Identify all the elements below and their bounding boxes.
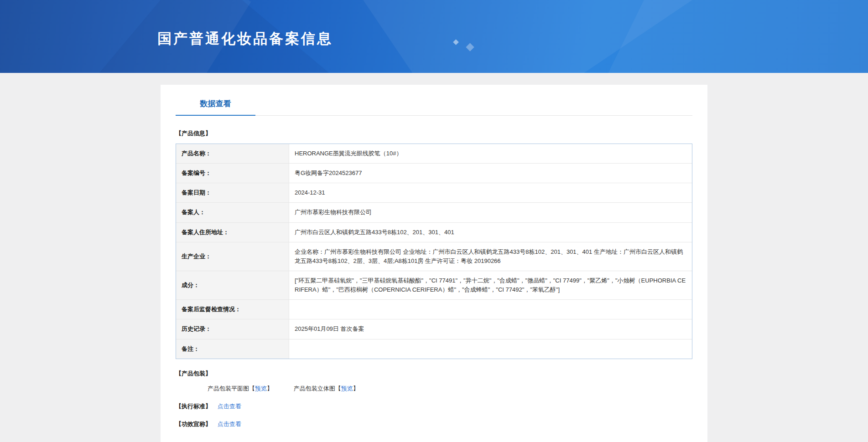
packaging-previews-row: 产品包装平面图【预览】 产品包装立体图【预览】 [176, 385, 692, 393]
content-card: 数据查看 【产品信息】 产品名称： HERORANGE墨翼流光眼线胶笔（10#）… [161, 85, 707, 442]
banner-decor-shape [593, 0, 868, 73]
packaging-flat-label: 产品包装平面图 [208, 385, 249, 392]
table-row: 备案日期： 2024-12-31 [176, 183, 692, 203]
section-title-product-packaging: 【产品包装】 [176, 370, 692, 378]
tab-bar: 数据查看 [176, 85, 692, 116]
banner-decor-dot [453, 39, 459, 45]
row-value: 广州市慕彩生物科技有限公司 [289, 203, 692, 222]
page-title: 国产普通化妆品备案信息 [157, 29, 333, 48]
table-row: 备案人： 广州市慕彩生物科技有限公司 [176, 203, 692, 222]
row-label: 产品名称： [176, 144, 289, 164]
row-label: 备案编号： [176, 164, 289, 183]
row-label: 历史记录： [176, 319, 289, 339]
packaging-stereo-group: 产品包装立体图【预览】 [294, 385, 359, 392]
table-row: 备案后监督检查情况： [176, 300, 692, 319]
packaging-stereo-preview-link[interactable]: 预览 [341, 385, 353, 392]
row-value: HERORANGE墨翼流光眼线胶笔（10#） [289, 144, 692, 164]
row-label: 成分： [176, 271, 289, 300]
row-value: 2025年01月09日 首次备案 [289, 319, 692, 339]
execution-standard-view-link[interactable]: 点击查看 [218, 403, 241, 410]
row-value: 2024-12-31 [289, 183, 692, 203]
efficacy-claim-row: 【功效宣称】 点击查看 [176, 420, 692, 428]
bracket-open: 【 [335, 385, 341, 392]
section-title-product-info: 【产品信息】 [176, 129, 692, 138]
row-value [289, 300, 692, 319]
tab-data-view-label: 数据查看 [200, 99, 231, 108]
banner-decor-shape [356, 0, 738, 73]
table-row: 产品名称： HERORANGE墨翼流光眼线胶笔（10#） [176, 144, 692, 164]
row-label: 备案人住所地址： [176, 223, 289, 242]
row-value: ["环五聚二甲基硅氧烷"，"三甲基硅烷氧基硅酸酯"，"CI 77491"，"异十… [289, 271, 692, 300]
row-label: 备案人： [176, 203, 289, 222]
row-value: 广州市白云区人和镇鹤龙五路433号8栋102、201、301、401 [289, 223, 692, 242]
table-row: 生产企业： 企业名称：广州市慕彩生物科技有限公司 企业地址：广州市白云区人和镇鹤… [176, 242, 692, 271]
row-value: 企业名称：广州市慕彩生物科技有限公司 企业地址：广州市白云区人和镇鹤龙五路433… [289, 242, 692, 271]
execution-standard-row: 【执行标准】 点击查看 [176, 402, 692, 411]
row-label: 备案日期： [176, 183, 289, 203]
product-info-table: 产品名称： HERORANGE墨翼流光眼线胶笔（10#） 备案编号： 粤G妆网备… [176, 144, 692, 359]
bracket-open: 【 [249, 385, 255, 392]
table-row: 备案人住所地址： 广州市白云区人和镇鹤龙五路433号8栋102、201、301、… [176, 223, 692, 242]
row-label: 生产企业： [176, 242, 289, 271]
table-row: 备案编号： 粤G妆网备字2024523677 [176, 164, 692, 183]
packaging-flat-group: 产品包装平面图【预览】 [208, 385, 275, 392]
packaging-stereo-label: 产品包装立体图 [294, 385, 335, 392]
tab-data-view[interactable]: 数据查看 [176, 98, 255, 116]
banner-decor-dot [466, 43, 474, 51]
table-row: 备注： [176, 339, 692, 359]
row-value: 粤G妆网备字2024523677 [289, 164, 692, 183]
bracket-close: 】 [267, 385, 273, 392]
row-label: 备注： [176, 339, 289, 359]
table-row: 成分： ["环五聚二甲基硅氧烷"，"三甲基硅烷氧基硅酸酯"，"CI 77491"… [176, 271, 692, 300]
packaging-flat-preview-link[interactable]: 预览 [255, 385, 267, 392]
row-label: 备案后监督检查情况： [176, 300, 289, 319]
page-header: 国产普通化妆品备案信息 [0, 0, 868, 73]
table-row: 历史记录： 2025年01月09日 首次备案 [176, 319, 692, 339]
section-title-execution-standard: 【执行标准】 [176, 403, 211, 410]
row-value [289, 339, 692, 359]
efficacy-claim-view-link[interactable]: 点击查看 [218, 421, 241, 427]
bracket-close: 】 [353, 385, 359, 392]
section-title-efficacy-claim: 【功效宣称】 [176, 421, 211, 427]
